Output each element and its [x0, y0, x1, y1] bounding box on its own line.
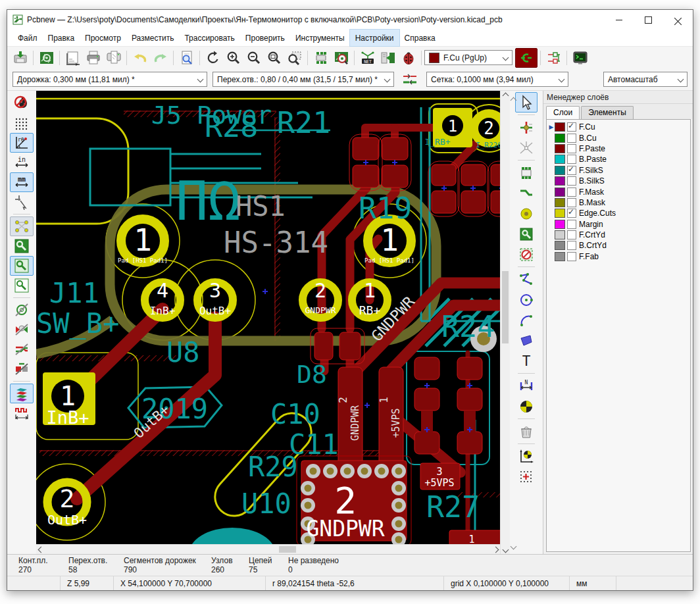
layer-color-swatch[interactable] — [555, 241, 565, 250]
minimize-button[interactable] — [604, 10, 634, 30]
menu-Просмотр[interactable]: Просмотр — [80, 30, 126, 46]
layer-color-swatch[interactable] — [555, 209, 565, 218]
layer-row-F.CrtYd[interactable]: F.CrtYd — [548, 230, 690, 240]
units-mm-button[interactable]: mm — [10, 172, 34, 192]
layer-color-swatch[interactable] — [555, 166, 565, 175]
layers-manager-toggle-button[interactable] — [10, 384, 34, 403]
auto-track-width-button[interactable] — [399, 70, 420, 89]
layer-visibility-checkbox[interactable] — [567, 155, 576, 164]
layer-visibility-checkbox[interactable] — [567, 220, 576, 229]
router-settings-button[interactable] — [543, 48, 564, 68]
zone-filled-button[interactable] — [10, 236, 34, 256]
layer-visibility-checkbox[interactable] — [567, 134, 576, 143]
zoom-in-button[interactable] — [223, 48, 243, 68]
collapse-up-icon[interactable] — [511, 93, 516, 105]
menu-Инструменты[interactable]: Инструменты — [290, 30, 350, 46]
layer-row-B.SilkS[interactable]: B.SilkS — [548, 176, 690, 186]
layer-color-swatch[interactable] — [555, 155, 565, 164]
zoom-select[interactable]: Автомасштаб — [603, 72, 688, 87]
layer-visibility-checkbox[interactable] — [567, 209, 576, 218]
add-arc-button[interactable] — [515, 310, 538, 330]
vertical-scrollbar[interactable] — [500, 91, 510, 554]
menu-Файл[interactable]: Файл — [12, 30, 43, 46]
add-via-button[interactable] — [515, 203, 538, 224]
layer-row-Edge.Cuts[interactable]: Edge.Cuts — [548, 208, 690, 218]
update-pcb-button[interactable] — [378, 48, 398, 68]
layer-row-F.Cu[interactable]: ▶F.Cu — [548, 122, 690, 132]
add-line-button[interactable] — [515, 269, 538, 289]
route-tracks-button[interactable] — [515, 183, 538, 203]
layer-selector[interactable]: F.Cu (PgUp) — [424, 50, 512, 65]
menu-Справка[interactable]: Справка — [399, 30, 441, 46]
zoom-selection-button[interactable] — [284, 48, 305, 68]
pad-outline-button[interactable] — [10, 320, 34, 340]
scroll-right-icon[interactable] — [491, 545, 500, 554]
drc-button[interactable] — [398, 48, 418, 68]
save-button[interactable] — [10, 48, 30, 68]
layer-color-swatch[interactable] — [555, 122, 565, 132]
layer-row-B.Paste[interactable]: B.Paste — [548, 154, 690, 164]
ratsnest-toggle-button[interactable] — [10, 216, 34, 236]
layer-color-swatch[interactable] — [555, 220, 565, 229]
layer-pair-button[interactable] — [515, 48, 538, 68]
via-outline-button[interactable] — [10, 300, 34, 320]
grid-origin-button[interactable] — [515, 466, 538, 487]
zoom-fit-button[interactable] — [264, 48, 284, 68]
scroll-left-icon[interactable] — [36, 545, 45, 554]
select-tool-button[interactable] — [515, 92, 538, 113]
page-settings-button[interactable] — [63, 48, 83, 68]
highlight-net-button[interactable] — [515, 117, 538, 138]
scroll-up-icon[interactable] — [501, 91, 510, 100]
layer-row-B.Mask[interactable]: B.Mask — [548, 197, 690, 208]
title-bar[interactable]: Pcbnew — Z:\Users\poty\Documents\Самодел… — [7, 10, 693, 30]
layer-color-swatch[interactable] — [555, 188, 565, 197]
layer-row-F.Fab[interactable]: F.Fab — [548, 251, 690, 262]
layer-row-B.CrtYd[interactable]: B.CrtYd — [548, 240, 690, 251]
drc-off-button[interactable] — [10, 93, 34, 113]
netlist-button[interactable]: NET — [357, 48, 378, 68]
layer-row-F.Paste[interactable]: F.Paste — [548, 143, 690, 154]
add-text-button[interactable]: T — [515, 351, 538, 371]
add-target-button[interactable] — [515, 396, 538, 416]
menu-Правка[interactable]: Правка — [43, 30, 80, 46]
layer-row-Margin[interactable]: Margin — [548, 219, 690, 230]
add-polygon-button[interactable] — [515, 330, 538, 351]
menu-Проверить[interactable]: Проверить — [240, 30, 290, 46]
horizontal-scrollbar[interactable] — [36, 544, 500, 554]
layer-color-swatch[interactable] — [555, 144, 565, 153]
undo-button[interactable] — [130, 48, 150, 68]
track-width-select[interactable]: Дорожка: 0,300 мм (11,81 мил) * — [12, 72, 207, 87]
zoom-out-button[interactable] — [243, 48, 264, 68]
add-zone-button[interactable] — [515, 224, 538, 244]
layer-color-swatch[interactable] — [555, 134, 565, 143]
print-button[interactable] — [83, 48, 103, 68]
layer-visibility-checkbox[interactable] — [567, 122, 576, 132]
track-outline-button[interactable] — [10, 340, 34, 359]
find-button[interactable] — [176, 48, 197, 68]
add-dimension-button[interactable]: N — [515, 376, 538, 396]
via-size-select[interactable]: Перех.отв.: 0,80 / 0,40 мм (31,5 / 15,7 … — [213, 72, 394, 87]
add-keepout-button[interactable] — [515, 244, 538, 264]
menu-Настройки[interactable]: Настройки — [350, 30, 399, 46]
horizontal-scroll-thumb[interactable] — [279, 546, 296, 553]
layer-visibility-checkbox[interactable] — [567, 166, 576, 175]
tab-Элементы[interactable]: Элементы — [581, 106, 634, 119]
footprint-viewer-button[interactable] — [331, 48, 351, 68]
board-setup-button[interactable] — [36, 48, 57, 68]
cursor-shape-button[interactable] — [10, 192, 34, 212]
microwave-tools-button[interactable] — [10, 403, 34, 423]
local-ratsnest-button[interactable] — [515, 138, 538, 158]
layer-visibility-checkbox[interactable] — [567, 188, 576, 197]
layer-row-F.Mask[interactable]: F.Mask — [548, 186, 690, 197]
add-circle-button[interactable] — [515, 289, 538, 310]
scroll-down-icon[interactable] — [501, 545, 510, 554]
zone-nofill-button[interactable] — [10, 276, 34, 295]
redo-button[interactable] — [150, 48, 170, 68]
tab-Слои[interactable]: Слои — [546, 106, 580, 119]
collapse-down-icon[interactable] — [511, 540, 516, 551]
layer-color-swatch[interactable] — [555, 252, 565, 261]
close-button[interactable] — [663, 10, 693, 30]
grid-select[interactable]: Сетка: 0,1000 мм (3,94 мил) — [426, 72, 568, 87]
vertical-scroll-thumb[interactable] — [502, 271, 509, 343]
pcb-canvas[interactable]: J5 Power R28 R21 R19 ΠΩ J11 SW_B+ U8 201… — [36, 91, 500, 544]
